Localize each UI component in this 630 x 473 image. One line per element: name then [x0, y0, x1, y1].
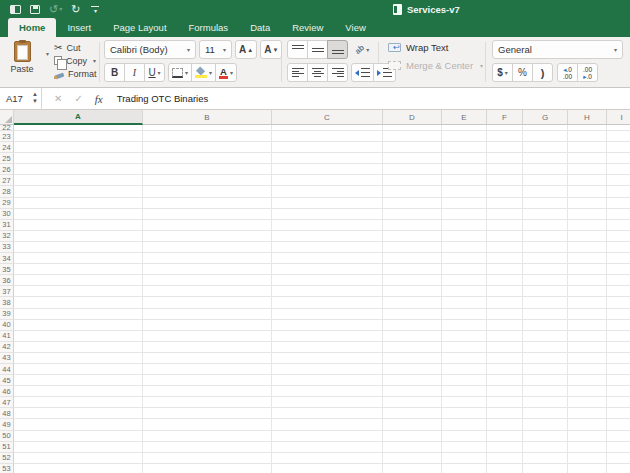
cell-C51[interactable]	[272, 442, 383, 453]
cell-F49[interactable]	[487, 419, 523, 430]
cell-I51[interactable]	[607, 442, 630, 453]
cell-A41[interactable]	[14, 331, 143, 342]
row-header-25[interactable]: 25	[0, 153, 14, 164]
cell-F47[interactable]	[487, 397, 523, 408]
cell-D49[interactable]	[383, 419, 442, 430]
cell-D25[interactable]	[383, 153, 442, 164]
cell-I46[interactable]	[607, 386, 630, 397]
cell-E26[interactable]	[442, 164, 487, 175]
row-header-42[interactable]: 42	[0, 342, 14, 353]
cell-C52[interactable]	[272, 453, 383, 464]
cell-G45[interactable]	[523, 375, 568, 386]
cell-F36[interactable]	[487, 275, 523, 286]
cell-B47[interactable]	[143, 397, 272, 408]
cell-F33[interactable]	[487, 242, 523, 253]
cell-I39[interactable]	[607, 309, 630, 320]
cell-D45[interactable]	[383, 375, 442, 386]
cell-E53[interactable]	[442, 464, 487, 473]
column-header-E[interactable]: E	[442, 110, 487, 125]
column-header-G[interactable]: G	[523, 110, 568, 125]
cell-H35[interactable]	[568, 264, 607, 275]
cell-A29[interactable]	[14, 198, 143, 209]
cell-I28[interactable]	[607, 186, 630, 197]
cell-C43[interactable]	[272, 353, 383, 364]
cell-E29[interactable]	[442, 198, 487, 209]
cell-D33[interactable]	[383, 242, 442, 253]
cell-A27[interactable]	[14, 175, 143, 186]
align-middle-button[interactable]	[307, 40, 328, 59]
cell-G53[interactable]	[523, 464, 568, 473]
cell-A38[interactable]	[14, 297, 143, 308]
decrease-indent-button[interactable]	[351, 63, 374, 82]
cell-A30[interactable]	[14, 209, 143, 220]
cell-E40[interactable]	[442, 320, 487, 331]
cell-G47[interactable]	[523, 397, 568, 408]
cell-E27[interactable]	[442, 175, 487, 186]
row-header-41[interactable]: 41	[0, 331, 14, 342]
cell-F29[interactable]	[487, 198, 523, 209]
row-header-26[interactable]: 26	[0, 164, 14, 175]
row-header-39[interactable]: 39	[0, 309, 14, 320]
cell-E45[interactable]	[442, 375, 487, 386]
cell-I43[interactable]	[607, 353, 630, 364]
cell-D32[interactable]	[383, 231, 442, 242]
cell-H25[interactable]	[568, 153, 607, 164]
row-header-49[interactable]: 49	[0, 419, 14, 430]
cell-C36[interactable]	[272, 275, 383, 286]
cell-G25[interactable]	[523, 153, 568, 164]
cell-F35[interactable]	[487, 264, 523, 275]
cell-H52[interactable]	[568, 453, 607, 464]
underline-button[interactable]: U▾	[144, 63, 165, 82]
cell-A52[interactable]	[14, 453, 143, 464]
cell-A49[interactable]	[14, 419, 143, 430]
merge-center-button[interactable]: Merge & Center ▾	[388, 60, 483, 71]
copy-button[interactable]: Copy ▾	[54, 54, 97, 67]
cell-D39[interactable]	[383, 309, 442, 320]
cell-B26[interactable]	[143, 164, 272, 175]
cell-E41[interactable]	[442, 331, 487, 342]
cell-G41[interactable]	[523, 331, 568, 342]
cell-A37[interactable]	[14, 286, 143, 297]
cell-B24[interactable]	[143, 142, 272, 153]
paste-button[interactable]: Paste	[5, 40, 39, 81]
row-header-50[interactable]: 50	[0, 431, 14, 442]
cell-G46[interactable]	[523, 386, 568, 397]
cell-I31[interactable]	[607, 220, 630, 231]
row-header-40[interactable]: 40	[0, 320, 14, 331]
cell-C28[interactable]	[272, 186, 383, 197]
cell-G44[interactable]	[523, 364, 568, 375]
cell-A43[interactable]	[14, 353, 143, 364]
cell-C42[interactable]	[272, 342, 383, 353]
cell-E39[interactable]	[442, 309, 487, 320]
cell-A25[interactable]	[14, 153, 143, 164]
column-header-F[interactable]: F	[487, 110, 523, 125]
cell-H27[interactable]	[568, 175, 607, 186]
redo-icon[interactable]: ↻	[71, 0, 80, 18]
column-header-D[interactable]: D	[383, 110, 442, 125]
cell-H32[interactable]	[568, 231, 607, 242]
cell-G24[interactable]	[523, 142, 568, 153]
cell-E44[interactable]	[442, 364, 487, 375]
tab-page-layout[interactable]: Page Layout	[102, 18, 177, 37]
cell-H51[interactable]	[568, 442, 607, 453]
cell-I47[interactable]	[607, 397, 630, 408]
cell-A36[interactable]	[14, 275, 143, 286]
cell-G23[interactable]	[523, 131, 568, 142]
row-header-24[interactable]: 24	[0, 142, 14, 153]
cell-D31[interactable]	[383, 220, 442, 231]
cell-F44[interactable]	[487, 364, 523, 375]
cell-E23[interactable]	[442, 131, 487, 142]
cell-F31[interactable]	[487, 220, 523, 231]
cell-A34[interactable]	[14, 253, 143, 264]
cell-F41[interactable]	[487, 331, 523, 342]
tab-review[interactable]: Review	[281, 18, 334, 37]
cell-D34[interactable]	[383, 253, 442, 264]
cell-H31[interactable]	[568, 220, 607, 231]
cell-A48[interactable]	[14, 408, 143, 419]
cell-C34[interactable]	[272, 253, 383, 264]
cell-E43[interactable]	[442, 353, 487, 364]
cell-I45[interactable]	[607, 375, 630, 386]
cell-B43[interactable]	[143, 353, 272, 364]
cell-A50[interactable]	[14, 431, 143, 442]
cell-C49[interactable]	[272, 419, 383, 430]
